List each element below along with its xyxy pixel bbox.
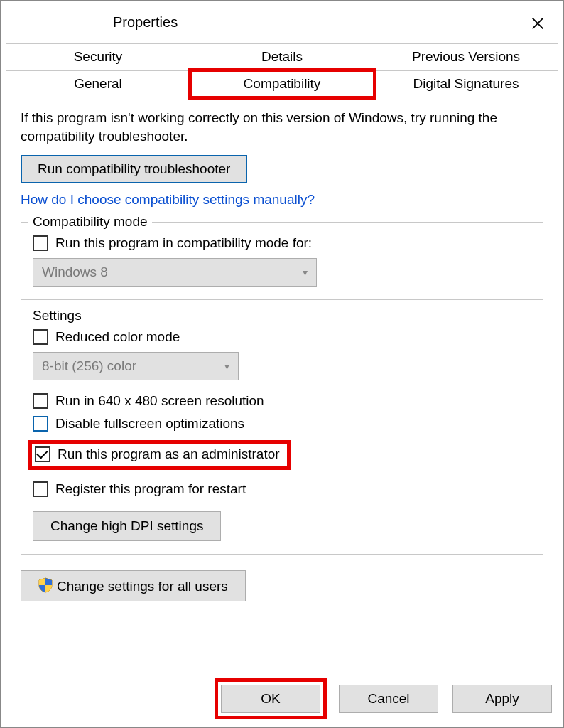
change-dpi-button[interactable]: Change high DPI settings (33, 511, 221, 541)
apply-button[interactable]: Apply (452, 685, 552, 713)
run-640-label: Run in 640 x 480 screen resolution (55, 393, 264, 409)
intro-text: If this program isn't working correctly … (21, 109, 543, 145)
help-link[interactable]: How do I choose compatibility settings m… (21, 192, 315, 208)
reduced-color-label: Reduced color mode (55, 329, 180, 345)
window-title: Properties (113, 14, 178, 31)
tab-digital-signatures[interactable]: Digital Signatures (374, 70, 558, 97)
ok-highlight: OK (217, 680, 325, 717)
run-admin-checkbox[interactable] (35, 446, 50, 462)
titlebar: Properties (1, 1, 563, 43)
color-dropdown[interactable]: 8-bit (256) color ▾ (33, 352, 239, 380)
close-button[interactable] (525, 11, 551, 36)
run-admin-highlight: Run this program as an administrator (28, 440, 291, 470)
tabs: Security Details Previous Versions Gener… (6, 43, 558, 97)
disable-fullscreen-checkbox[interactable] (33, 416, 48, 432)
settings-group: Settings Reduced color mode 8-bit (256) … (21, 316, 543, 555)
ok-button[interactable]: OK (221, 685, 320, 713)
tab-details[interactable]: Details (190, 43, 374, 70)
tab-security[interactable]: Security (6, 43, 190, 70)
register-restart-checkbox[interactable] (33, 481, 48, 497)
compat-mode-label: Run this program in compatibility mode f… (55, 235, 312, 251)
tab-previous-versions[interactable]: Previous Versions (374, 43, 558, 70)
compat-mode-checkbox[interactable] (33, 235, 48, 251)
run-troubleshooter-button[interactable]: Run compatibility troubleshooter (21, 155, 247, 183)
compat-legend: Compatibility mode (28, 214, 152, 230)
tab-compatibility[interactable]: Compatibility (190, 70, 374, 97)
run-admin-label: Run this program as an administrator (58, 446, 280, 462)
dialog-footer: OK Cancel Apply (217, 680, 552, 717)
settings-legend: Settings (28, 308, 86, 323)
color-dropdown-value: 8-bit (256) color (42, 358, 136, 374)
close-icon (530, 16, 546, 31)
run-640-checkbox[interactable] (33, 393, 48, 409)
register-restart-label: Register this program for restart (55, 481, 246, 497)
change-all-users-label: Change settings for all users (57, 579, 228, 594)
reduced-color-checkbox[interactable] (33, 329, 48, 345)
chevron-down-icon: ▾ (303, 267, 308, 278)
compat-mode-dropdown[interactable]: Windows 8 ▾ (33, 258, 317, 287)
chevron-down-icon: ▾ (224, 360, 229, 372)
tab-content: If this program isn't working correctly … (1, 97, 563, 555)
disable-fullscreen-label: Disable fullscreen optimizations (55, 416, 244, 432)
tab-general[interactable]: General (6, 70, 190, 97)
change-all-users-button[interactable]: Change settings for all users (21, 570, 246, 601)
compatibility-mode-group: Compatibility mode Run this program in c… (21, 222, 543, 300)
cancel-button[interactable]: Cancel (339, 685, 438, 713)
shield-icon (38, 577, 53, 593)
compat-mode-dropdown-value: Windows 8 (42, 264, 108, 280)
